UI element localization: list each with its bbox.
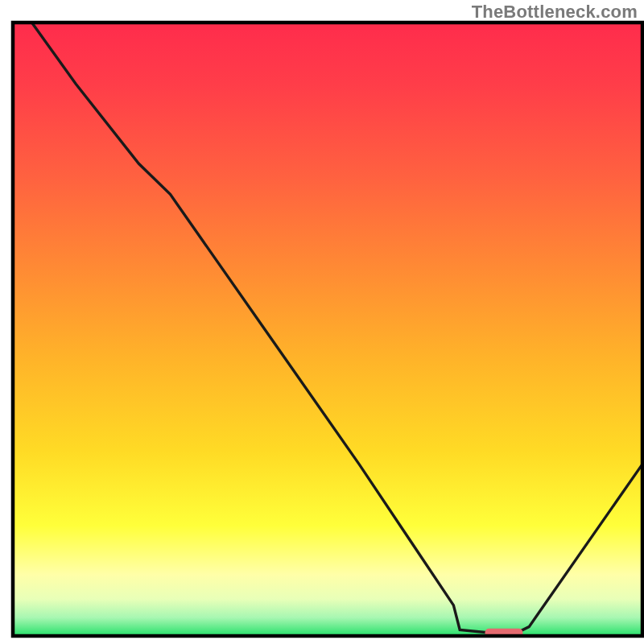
chart-container: TheBottleneck.com (0, 0, 644, 644)
watermark-text: TheBottleneck.com (472, 2, 638, 23)
gradient-background (13, 23, 642, 636)
bottleneck-chart (0, 0, 644, 644)
